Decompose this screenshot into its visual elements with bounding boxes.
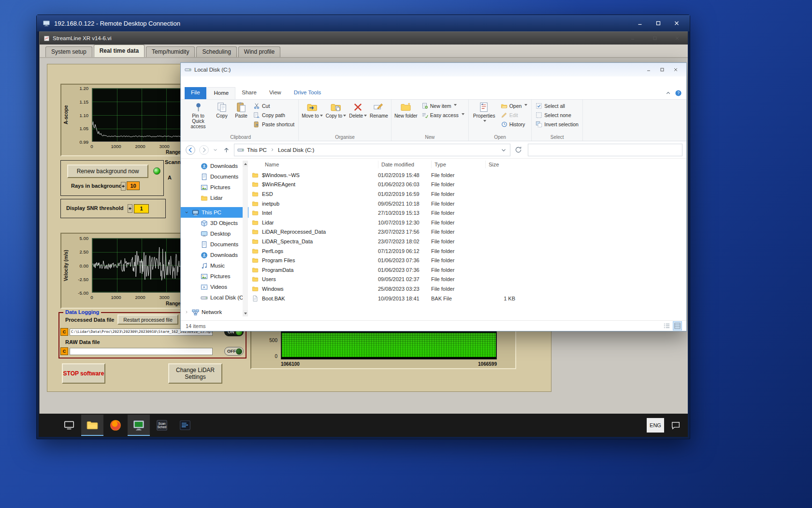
address-bar[interactable]: This PC Local Disk (C:) bbox=[234, 144, 510, 156]
edit-button[interactable]: Edit bbox=[498, 110, 530, 120]
file-row[interactable]: Intel27/10/2019 15:13File folder bbox=[248, 208, 686, 218]
app-minimize-button[interactable] bbox=[626, 33, 639, 43]
column-header-date-modified[interactable]: Date modified bbox=[378, 161, 431, 169]
tab-scheduling[interactable]: Scheduling bbox=[196, 46, 236, 57]
forward-button[interactable] bbox=[198, 144, 210, 156]
file-row[interactable]: $Windows.~WS01/02/2019 15:48File folder bbox=[248, 170, 686, 180]
ribbon-tab-file[interactable]: File bbox=[185, 87, 206, 99]
new-folder-button[interactable]: New folder bbox=[393, 100, 419, 131]
ribbon-tab-home[interactable]: Home bbox=[207, 87, 236, 99]
sidebar-item-local-disk-c[interactable]: Local Disk (C:) bbox=[181, 292, 248, 303]
file-row[interactable]: Boot.BAK10/09/2013 18:41BAK File1 KB bbox=[248, 294, 686, 303]
sidebar-item-videos[interactable]: Videos bbox=[181, 282, 248, 292]
scan-sched-button[interactable]: Scan Sched bbox=[151, 415, 173, 436]
app-close-button[interactable] bbox=[670, 33, 684, 43]
ribbon-collapse-icon[interactable] bbox=[665, 90, 672, 97]
file-row[interactable]: Program Files01/06/2023 07:36File folder bbox=[248, 255, 686, 265]
chevron-right-icon[interactable] bbox=[184, 309, 189, 315]
file-row[interactable]: $WinREAgent01/06/2023 06:03File folder bbox=[248, 180, 686, 190]
copy-path-button[interactable]: Copy path bbox=[251, 110, 297, 120]
file-row[interactable]: Users09/05/2021 02:37File folder bbox=[248, 275, 686, 284]
paste-shortcut-button[interactable]: Paste shortcut bbox=[251, 120, 297, 129]
list-view-button[interactable] bbox=[663, 322, 671, 330]
sidebar-item-this-pc[interactable]: This PC bbox=[181, 207, 248, 218]
renew-background-button[interactable]: Renew background now bbox=[67, 164, 148, 178]
file-row[interactable]: LiDAR_Reprocessed_Data23/07/2023 17:56Fi… bbox=[248, 227, 686, 237]
file-row[interactable]: PerfLogs07/12/2019 06:12File folder bbox=[248, 246, 686, 256]
sidebar-item-documents[interactable]: Documents bbox=[181, 171, 248, 182]
sidebar-item-pictures[interactable]: Pictures bbox=[181, 271, 248, 282]
app-restore-button[interactable] bbox=[648, 33, 662, 43]
explorer-minimize-button[interactable] bbox=[642, 65, 655, 75]
select-none-button[interactable]: Select none bbox=[533, 110, 581, 120]
column-header-name[interactable]: Name bbox=[262, 161, 378, 169]
terminal-app-button[interactable] bbox=[174, 415, 196, 436]
open-button[interactable]: Open bbox=[498, 101, 530, 110]
rename-button[interactable]: Rename bbox=[368, 100, 390, 131]
scroll-up-icon[interactable] bbox=[243, 161, 248, 167]
back-button[interactable] bbox=[185, 144, 196, 156]
properties-button[interactable]: Properties bbox=[470, 100, 498, 131]
firefox-button[interactable] bbox=[104, 415, 127, 436]
notification-icon[interactable] bbox=[670, 420, 681, 431]
rdp-titlebar[interactable]: 192.168.0.122 - Remote Desktop Connectio… bbox=[37, 15, 690, 31]
explorer-titlebar[interactable]: Local Disk (C:) bbox=[181, 63, 686, 76]
details-view-button[interactable] bbox=[673, 322, 682, 330]
pin-to-quick-access-button[interactable]: Pin to Quick access bbox=[184, 100, 212, 131]
new-item-button[interactable]: New item bbox=[419, 101, 467, 110]
address-dropdown-icon[interactable] bbox=[500, 147, 507, 153]
up-button[interactable] bbox=[220, 144, 232, 156]
ribbon-tab-view[interactable]: View bbox=[263, 87, 288, 99]
file-row[interactable]: ProgramData01/06/2023 07:36File folder bbox=[248, 265, 686, 275]
task-view-button[interactable] bbox=[58, 415, 80, 436]
restart-processed-file-button[interactable]: Restart processed file bbox=[117, 314, 178, 325]
snr-spinner[interactable] bbox=[128, 204, 132, 213]
sidebar-item-pictures[interactable]: Pictures bbox=[181, 182, 248, 193]
sidebar-item-3d-objects[interactable]: 3D Objects bbox=[181, 218, 248, 228]
streamline-app-button[interactable] bbox=[128, 415, 150, 436]
sidebar-item-downloads[interactable]: Downloads bbox=[181, 161, 248, 171]
select-all-button[interactable]: Select all bbox=[533, 101, 581, 110]
raw-file-path-field[interactable] bbox=[70, 348, 213, 355]
rays-spinner[interactable] bbox=[121, 182, 126, 191]
search-box[interactable] bbox=[528, 144, 682, 156]
copy-button[interactable]: Copy bbox=[212, 100, 232, 131]
rdp-minimize-button[interactable] bbox=[633, 18, 647, 28]
sidebar-scrollbar[interactable] bbox=[243, 161, 248, 316]
file-row[interactable]: LiDAR_Spectra_Data23/07/2023 18:02File f… bbox=[248, 237, 686, 246]
explorer-maximize-button[interactable] bbox=[655, 65, 669, 75]
delete-button[interactable]: Delete bbox=[348, 100, 368, 131]
explorer-close-button[interactable] bbox=[669, 65, 682, 75]
column-header-type[interactable]: Type bbox=[431, 161, 485, 169]
change-lidar-settings-button[interactable]: Change LiDAR Settings bbox=[168, 363, 222, 384]
file-row[interactable]: inetpub09/05/2021 10:18File folder bbox=[248, 199, 686, 209]
raw-logging-toggle[interactable]: OFF bbox=[224, 347, 244, 356]
copy-to-button[interactable]: Copy to bbox=[324, 100, 348, 131]
move-to-button[interactable]: Move to bbox=[300, 100, 324, 131]
stop-software-button[interactable]: STOP software bbox=[62, 363, 105, 384]
help-icon[interactable]: ? bbox=[675, 90, 682, 97]
sidebar-item-network[interactable]: Network bbox=[181, 307, 248, 317]
cut-button[interactable]: Cut bbox=[251, 101, 297, 110]
ribbon-tab-drive-tools[interactable]: Drive Tools bbox=[288, 87, 328, 99]
sidebar-item-documents[interactable]: Documents bbox=[181, 239, 248, 250]
ribbon-tab-share[interactable]: Share bbox=[235, 87, 263, 99]
snr-threshold-value[interactable]: 1 bbox=[134, 204, 149, 213]
chevron-right-icon[interactable] bbox=[270, 147, 275, 152]
scroll-down-icon[interactable] bbox=[243, 310, 248, 316]
history-button[interactable]: History bbox=[498, 120, 530, 129]
sidebar-item-desktop[interactable]: Desktop bbox=[181, 228, 248, 239]
recent-locations-icon[interactable] bbox=[212, 144, 218, 156]
file-explorer-button[interactable] bbox=[81, 415, 103, 436]
breadcrumb-local-disk[interactable]: Local Disk (C:) bbox=[277, 147, 315, 153]
rays-in-background-value[interactable]: 10 bbox=[127, 181, 140, 190]
invert-selection-button[interactable]: Invert selection bbox=[533, 120, 581, 129]
tab-temp-humidity[interactable]: Temp/humidity bbox=[146, 46, 195, 57]
sidebar-item-lidar[interactable]: Lidar bbox=[181, 193, 248, 203]
file-row[interactable]: ESD01/02/2019 16:59File folder bbox=[248, 189, 686, 199]
tab-real-time-data[interactable]: Real time data bbox=[94, 45, 145, 57]
file-row[interactable]: Lidar10/07/2019 12:30File folder bbox=[248, 218, 686, 227]
rdp-maximize-button[interactable] bbox=[651, 18, 666, 28]
chevron-down-icon[interactable] bbox=[184, 209, 189, 215]
file-row[interactable]: Windows25/08/2023 03:23File folder bbox=[248, 284, 686, 294]
